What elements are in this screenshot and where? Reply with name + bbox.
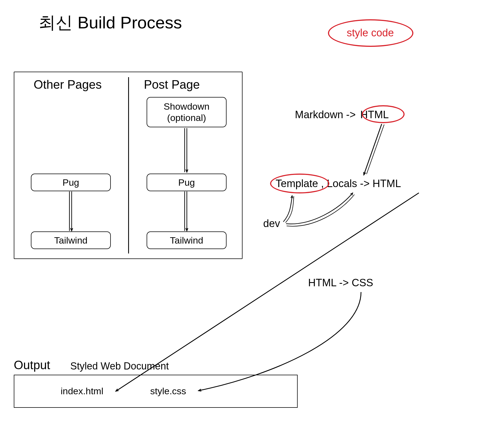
output-index-html: index.html <box>61 386 103 396</box>
style-code-label: style code <box>347 27 394 39</box>
locals-html-label: , Locals -> HTML <box>321 178 401 189</box>
svg-line-7 <box>367 125 384 174</box>
node-label-line2: (optional) <box>167 112 206 123</box>
node-label: Tailwind <box>54 235 88 246</box>
node-label: Pug <box>178 177 195 188</box>
right-pug-node: Pug <box>147 174 227 191</box>
markdown-arrow-text: Markdown -> HTML <box>295 109 389 121</box>
template-label: Template <box>276 178 318 189</box>
right-tailwind-node: Tailwind <box>147 231 227 249</box>
dev-label: dev <box>263 218 280 230</box>
html-to-css-label: HTML -> CSS <box>308 277 373 289</box>
template-locals-line: Template , Locals -> HTML <box>276 178 401 190</box>
other-pages-header: Other Pages <box>34 78 102 91</box>
output-style-css: style.css <box>150 386 186 396</box>
svg-line-6 <box>364 124 382 175</box>
right-showdown-node: Showdown (optional) <box>147 97 227 127</box>
html-label: HTML <box>360 109 389 120</box>
markdown-label: Markdown -> <box>295 109 356 120</box>
output-title: Output <box>14 358 50 372</box>
node-label: Pug <box>63 177 79 188</box>
post-page-header: Post Page <box>144 78 200 91</box>
node-label: Tailwind <box>170 235 203 246</box>
page-title: 최신 Build Process <box>39 11 182 34</box>
node-label-line1: Showdown <box>164 101 209 112</box>
pipeline-container: Other Pages Post Page Pug Tailwind Showd… <box>14 72 243 259</box>
left-tailwind-node: Tailwind <box>31 231 111 249</box>
left-pug-node: Pug <box>31 174 111 191</box>
column-divider <box>128 77 129 253</box>
output-subtitle: Styled Web Document <box>70 360 169 372</box>
